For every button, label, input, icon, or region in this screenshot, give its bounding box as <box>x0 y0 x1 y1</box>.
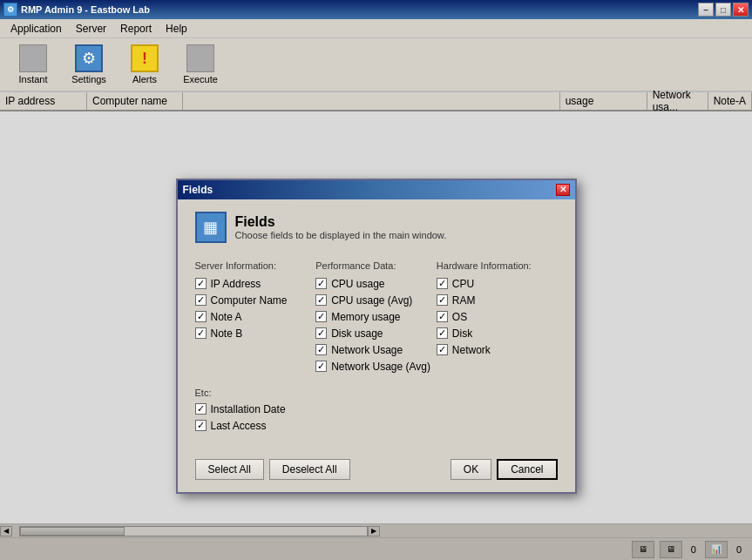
col-note-a[interactable]: Note-A <box>708 92 752 110</box>
label-network: Network <box>452 344 491 356</box>
checkbox-disk-usage[interactable]: ✓ <box>315 327 327 339</box>
label-installation-date: Installation Date <box>211 403 286 415</box>
alerts-button[interactable]: ! Alerts <box>119 41 171 88</box>
table-header: IP address Computer name usage Network u… <box>0 92 752 111</box>
checkbox-last-access[interactable]: ✓ <box>195 420 207 431</box>
checkbox-os[interactable]: ✓ <box>437 311 448 322</box>
minimize-button[interactable]: – <box>698 3 714 17</box>
field-os: ✓ OS <box>437 311 558 323</box>
label-computer-name: Computer Name <box>211 294 288 307</box>
alerts-label: Alerts <box>132 74 157 84</box>
dialog-footer: Select All Deselect All OK Cancel <box>178 450 575 492</box>
field-note-a: ✓ Note A <box>195 311 316 323</box>
window-title: RMP Admin 9 - Eastbow Lab <box>21 4 150 15</box>
dialog-close-button[interactable]: ✕ <box>556 184 570 196</box>
ok-button[interactable]: OK <box>451 459 491 480</box>
field-disk-usage: ✓ Disk usage <box>315 327 437 340</box>
instant-label: Instant <box>18 74 47 84</box>
menu-report[interactable]: Report <box>113 21 159 37</box>
fields-dialog: Fields ✕ ▦ Fields Choose fields to be di… <box>176 179 577 494</box>
checkbox-cpu-usage[interactable]: ✓ <box>315 278 327 289</box>
col-usage[interactable]: usage <box>560 92 647 110</box>
settings-button[interactable]: ⚙ Settings <box>63 41 115 88</box>
dialog-header-text: Fields Choose fields to be displayed in … <box>235 214 447 240</box>
field-installation-date: ✓ Installation Date <box>195 403 558 415</box>
dialog-main-title: Fields <box>235 214 447 230</box>
menu-bar: Application Server Report Help <box>0 19 752 38</box>
checkbox-note-a[interactable]: ✓ <box>195 311 207 322</box>
label-note-b: Note B <box>211 327 243 340</box>
checkbox-memory-usage[interactable]: ✓ <box>315 311 327 322</box>
toolbar: Instant ⚙ Settings ! Alerts Execute <box>0 38 752 92</box>
menu-help[interactable]: Help <box>159 21 194 37</box>
checkbox-ram[interactable]: ✓ <box>437 294 448 306</box>
col-empty[interactable] <box>183 92 560 110</box>
title-bar-left: ⚙ RMP Admin 9 - Eastbow Lab <box>3 3 150 17</box>
checkbox-note-b[interactable]: ✓ <box>195 327 207 339</box>
label-disk: Disk <box>452 327 472 340</box>
execute-icon <box>186 44 214 72</box>
field-ip-address: ✓ IP Address <box>195 278 316 290</box>
label-note-a: Note A <box>211 311 242 323</box>
label-os: OS <box>452 311 467 323</box>
checkbox-computer-name[interactable]: ✓ <box>195 294 207 306</box>
title-bar-buttons: – □ ✕ <box>698 3 749 17</box>
menu-application[interactable]: Application <box>3 21 69 37</box>
deselect-all-button[interactable]: Deselect All <box>269 459 350 480</box>
settings-label: Settings <box>71 74 106 84</box>
cancel-button[interactable]: Cancel <box>497 459 557 480</box>
etc-section: Etc: ✓ Installation Date ✓ Last Access <box>195 388 558 432</box>
dialog-header-icon: ▦ <box>195 212 227 243</box>
checkbox-cpu-usage-avg[interactable]: ✓ <box>315 294 327 306</box>
label-disk-usage: Disk usage <box>331 327 383 340</box>
instant-icon <box>19 44 47 72</box>
field-note-b: ✓ Note B <box>195 327 316 340</box>
label-last-access: Last Access <box>211 420 267 432</box>
col-network-usage[interactable]: Network usa... <box>647 92 708 110</box>
alerts-icon: ! <box>131 44 159 72</box>
server-info-header: Server Information: <box>195 260 316 271</box>
hardware-header: Hardware Information: <box>437 260 558 271</box>
label-memory-usage: Memory usage <box>331 311 400 323</box>
label-cpu-usage: CPU usage <box>331 278 384 290</box>
field-computer-name: ✓ Computer Name <box>195 294 316 307</box>
field-network-usage-avg: ✓ Network Usage (Avg) <box>315 361 437 373</box>
hardware-col: Hardware Information: ✓ CPU ✓ RAM ✓ <box>437 260 558 377</box>
checkbox-network-usage[interactable]: ✓ <box>315 344 327 355</box>
dialog-header-row: ▦ Fields Choose fields to be displayed i… <box>195 212 558 252</box>
checkbox-network[interactable]: ✓ <box>437 344 448 355</box>
checkbox-network-usage-avg[interactable]: ✓ <box>315 361 327 372</box>
execute-button[interactable]: Execute <box>174 41 227 88</box>
dialog-body: ▦ Fields Choose fields to be displayed i… <box>178 199 575 450</box>
label-cpu-usage-avg: CPU usage (Avg) <box>331 294 412 307</box>
checkbox-installation-date[interactable]: ✓ <box>195 403 207 415</box>
fields-grid: Server Information: ✓ IP Address ✓ Compu… <box>195 260 558 377</box>
modal-overlay: Fields ✕ ▦ Fields Choose fields to be di… <box>0 111 752 560</box>
dialog-title: Fields <box>183 184 213 196</box>
title-bar: ⚙ RMP Admin 9 - Eastbow Lab – □ ✕ <box>0 0 752 19</box>
field-network: ✓ Network <box>437 344 558 356</box>
instant-button[interactable]: Instant <box>7 41 59 88</box>
field-disk: ✓ Disk <box>437 327 558 340</box>
label-network-usage: Network Usage <box>331 344 403 356</box>
menu-server[interactable]: Server <box>69 21 113 37</box>
checkbox-ip-address[interactable]: ✓ <box>195 278 207 289</box>
content-area: ◀ ▶ 🖥 🖥 0 📊 0 Fields <box>0 111 752 560</box>
select-all-button[interactable]: Select All <box>195 459 264 480</box>
field-cpu-usage: ✓ CPU usage <box>315 278 437 290</box>
server-info-col: Server Information: ✓ IP Address ✓ Compu… <box>195 260 316 377</box>
checkbox-cpu[interactable]: ✓ <box>437 278 448 289</box>
label-ram: RAM <box>452 294 476 307</box>
field-cpu-usage-avg: ✓ CPU usage (Avg) <box>315 294 437 307</box>
field-ram: ✓ RAM <box>437 294 558 307</box>
checkbox-disk[interactable]: ✓ <box>437 327 448 339</box>
col-ip-address[interactable]: IP address <box>0 92 87 110</box>
dialog-title-bar: Fields ✕ <box>178 180 575 199</box>
app-container: ⚙ RMP Admin 9 - Eastbow Lab – □ ✕ Applic… <box>0 0 752 560</box>
col-computer-name[interactable]: Computer name <box>87 92 183 110</box>
execute-label: Execute <box>183 74 218 84</box>
label-network-usage-avg: Network Usage (Avg) <box>331 361 430 373</box>
maximize-button[interactable]: □ <box>715 3 731 17</box>
close-button[interactable]: ✕ <box>733 3 749 17</box>
dialog-subtitle: Choose fields to be displayed in the mai… <box>235 230 447 240</box>
